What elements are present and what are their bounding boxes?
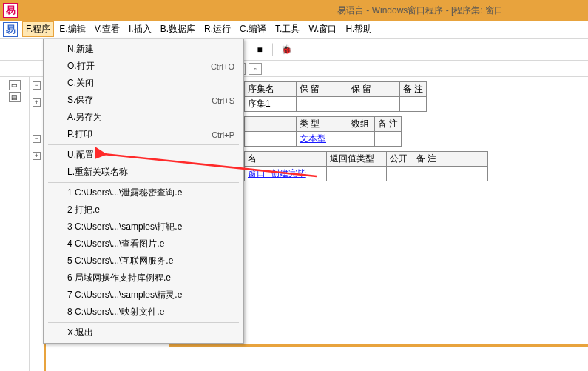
stop-icon[interactable]: ■ [251,41,268,58]
title-bar: 易 易语言 - Windows窗口程序 - [程序集: 窗口 [0,0,588,21]
file-menu-dropdown: N.新建O.打开Ctrl+OC.关闭S.保存Ctrl+SA.另存为P.打印Ctr… [43,39,244,344]
cell[interactable]: 序集1 [245,97,297,112]
proc-link[interactable]: 窗口_创建完毕 [248,168,306,178]
menu-item-exit[interactable]: X.退出 [45,324,242,341]
proc-table: 名 返回值类型 公开 备 注 窗口_创建完毕 [244,151,488,181]
col-array: 数组 [348,117,375,132]
menu-item[interactable]: N.新建 [45,41,242,58]
menu-item[interactable]: 2 打把.e [45,201,242,218]
menu-item[interactable]: 5 C:\Users\...\互联网服务.e [45,253,242,270]
restore-icon[interactable]: ▫ [249,63,262,75]
menu-item[interactable]: 4 C:\Users\...\查看图片.e [45,235,242,253]
cell[interactable] [400,97,427,112]
menu-item-label: 7 C:\Users\...\samples\精灵.e [67,289,182,301]
menu-item-label: U.配置 [67,149,94,161]
menu-item[interactable]: S.保存Ctrl+S [45,92,242,109]
menu-item[interactable]: A.另存为 [45,109,242,126]
tree-collapse-icon[interactable]: − [33,81,41,90]
debug-icon[interactable]: 🐞 [278,41,294,58]
col-type: 类 型 [297,117,348,132]
col-name: 名 [245,152,327,167]
table-row[interactable]: 文本型 [245,132,402,147]
table-row[interactable]: 窗口_创建完毕 [245,167,488,181]
menu-程序[interactable]: F.程序 [22,21,54,37]
menu-item-label: X.退出 [67,327,93,339]
menu-运行[interactable]: R.运行 [200,21,234,37]
menu-item[interactable]: 8 C:\Users\...\映射文件.e [45,304,242,321]
col-reserved2: 保 留 [348,82,400,97]
menu-item-label: O.打开 [67,60,95,73]
menu-item[interactable]: O.打开Ctrl+O [45,58,242,75]
menu-bar: 易 F.程序E.编辑V.查看I.插入B.数据库R.运行C.编译T.工具W.窗口H… [0,21,588,39]
menu-编辑[interactable]: E.编辑 [55,21,89,37]
menu-item[interactable]: P.打印Ctrl+P [45,126,242,143]
menu-item-shortcut: Ctrl+P [212,130,234,139]
col-blank [245,117,297,132]
menu-item[interactable]: U.配置 [45,147,242,164]
menu-item-label: 1 C:\Users\...\泄露秘密查询.e [67,187,182,199]
type-link[interactable]: 文本型 [300,133,326,144]
table-row[interactable]: 序集1 [245,97,427,112]
menu-item-label: 5 C:\Users\...\互联网服务.e [67,255,173,267]
menu-item[interactable]: L.重新关联名称 [45,164,242,181]
toolbar-separator [272,43,274,56]
window-title: 易语言 - Windows窗口程序 - [程序集: 窗口 [337,4,503,17]
menu-item-label: P.打印 [67,128,92,141]
menu-separator [48,144,239,145]
menu-item[interactable]: 7 C:\Users\...\samples\精灵.e [45,287,242,304]
cell[interactable] [348,132,375,147]
menu-item-label: 3 C:\Users\...\samples\打靶.e [67,221,182,233]
col-remark3: 备 注 [413,152,488,167]
menu-item[interactable]: C.关闭 [45,75,242,92]
menu-数据库[interactable]: B.数据库 [157,21,199,37]
menu-item-label: A.另存为 [67,111,102,124]
tree-collapse-icon[interactable]: − [33,135,41,143]
tree-expand-icon[interactable]: + [33,152,41,160]
cell[interactable] [348,97,400,112]
menu-item-label: S.保存 [67,94,93,107]
menu-查看[interactable]: V.查看 [91,21,124,37]
menu-separator [48,182,239,183]
menu-item-shortcut: Ctrl+S [212,96,234,105]
menu-插入[interactable]: I.插入 [125,21,155,37]
menu-item-label: 6 局域网操作支持库例程.e [67,272,171,284]
menu-item-shortcut: Ctrl+O [211,62,234,71]
menu-工具[interactable]: T.工具 [271,21,303,37]
col-public: 公开 [386,152,413,167]
panel-icon[interactable]: ▭ [9,80,21,90]
col-reserved1: 保 留 [297,82,348,97]
procset-table: 序集名 保 留 保 留 备 注 序集1 [244,81,427,112]
cell[interactable] [413,167,488,181]
cell[interactable] [297,97,348,112]
panel-icon[interactable]: ▤ [9,92,21,102]
menu-item[interactable]: 6 局域网操作支持库例程.e [45,270,242,287]
col-returntype: 返回值类型 [327,152,387,167]
cell[interactable] [327,167,387,181]
menu-item-label: L.重新关联名称 [67,166,128,178]
menu-item-label: 4 C:\Users\...\查看图片.e [67,238,164,250]
horizontal-splitter[interactable] [169,344,588,347]
menu-帮助[interactable]: H.帮助 [342,21,376,37]
app-icon: 易 [3,3,18,18]
menu-item-label: 8 C:\Users\...\映射文件.e [67,306,164,318]
menu-item-label: 2 打把.e [67,204,100,216]
menu-item-label: N.新建 [67,43,94,56]
cell[interactable]: 文本型 [297,132,348,147]
tree-expand-icon[interactable]: + [33,98,41,107]
col-remark: 备 注 [400,82,427,97]
menu-编译[interactable]: C.编译 [236,21,270,37]
menu-item[interactable]: 1 C:\Users\...\泄露秘密查询.e [45,184,242,201]
cell[interactable]: 窗口_创建完毕 [245,167,327,181]
menu-separator [48,322,239,323]
menu-item[interactable]: 3 C:\Users\...\samples\打靶.e [45,218,242,235]
cell[interactable] [245,132,297,147]
menu-窗口[interactable]: W.窗口 [305,21,340,37]
menu-item-label: C.关闭 [67,77,94,90]
cell[interactable] [375,132,402,147]
var-table: 类 型 数组 备 注 文本型 [244,116,402,147]
col-procset-name: 序集名 [245,82,297,97]
col-remark2: 备 注 [375,117,402,132]
left-gutter: ▭ ▤ [0,77,30,371]
doc-icon: 易 [3,22,18,37]
cell[interactable] [386,167,413,181]
